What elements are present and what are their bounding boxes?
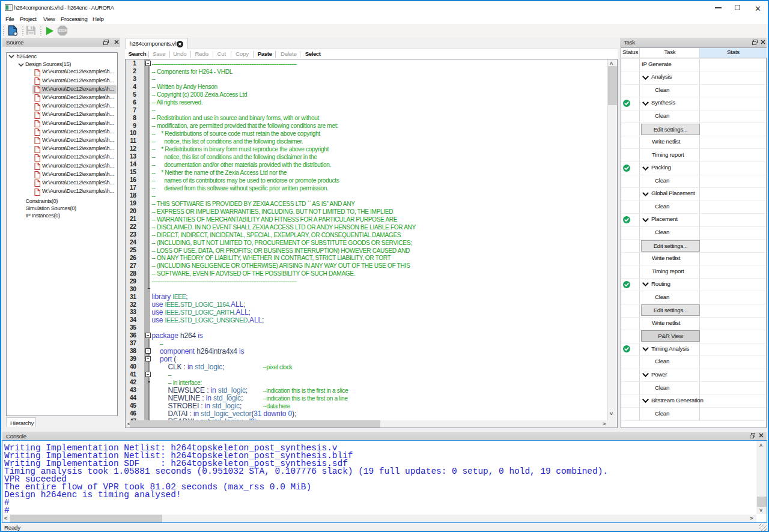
svg-text:STOP: STOP (58, 29, 67, 32)
